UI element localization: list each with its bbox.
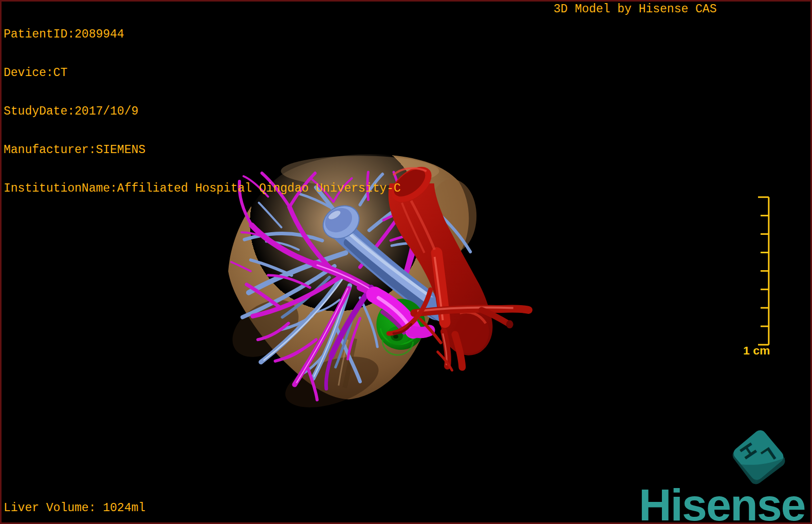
info-line-manufacturer: Manufacturer:SIEMENS <box>4 144 401 157</box>
liver-volume-readout: Liver Volume: 1024ml <box>4 502 145 515</box>
watermark-title: 3D Model by Hisense CAS <box>553 3 716 16</box>
info-line-device: Device:CT <box>4 67 401 80</box>
mesh-segment <box>412 330 430 332</box>
scale-bar: 1 cm <box>743 197 770 357</box>
mesh-segment <box>506 320 513 328</box>
scale-bar-ticks <box>758 197 769 345</box>
hisense-logo-wordmark: Hisense <box>639 478 805 524</box>
scale-bar-label: 1 cm <box>743 344 770 357</box>
info-line-institution: InstitutionName:Affiliated Hospital Qing… <box>4 182 401 195</box>
patient-info-overlay: PatientID:2089944 Device:CT StudyDate:20… <box>4 3 401 221</box>
viewer-3d-canvas[interactable]: 1 cm H L PatientID:2089944 Device:CT Stu… <box>0 0 812 524</box>
info-line-study-date: StudyDate:2017/10/9 <box>4 105 401 118</box>
info-line-patient-id: PatientID:2089944 <box>4 28 401 41</box>
